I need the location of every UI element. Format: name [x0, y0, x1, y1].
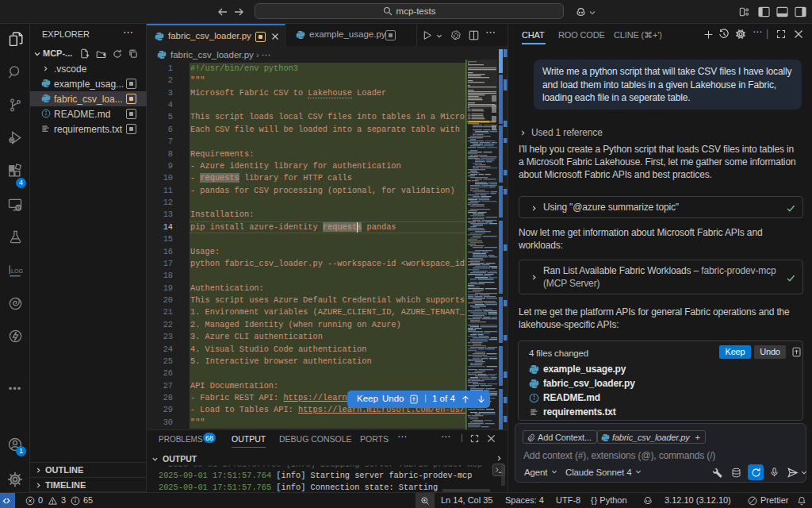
svg-text:LOG: LOG — [11, 268, 23, 275]
